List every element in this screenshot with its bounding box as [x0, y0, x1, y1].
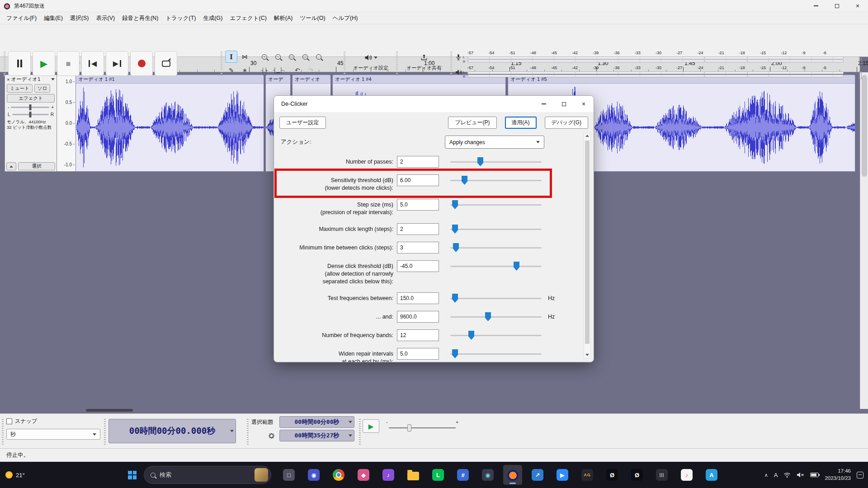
play-button[interactable]: ▶ — [33, 51, 55, 76]
solo-button[interactable]: ソロ — [34, 84, 51, 93]
wifi-icon[interactable] — [783, 472, 791, 478]
notification-icon[interactable] — [857, 472, 863, 479]
toolbar-grabber[interactable] — [359, 418, 361, 445]
vertical-scrollbar-thumb[interactable] — [862, 75, 867, 177]
trim-audio-button[interactable]: ┤├ — [258, 64, 270, 76]
taskbar-icon-share[interactable]: ↗ — [528, 465, 547, 485]
snap-checkbox[interactable] — [6, 418, 12, 424]
clip-waveform[interactable] — [76, 84, 264, 171]
menu-item-6[interactable]: トラック(T) — [162, 12, 199, 24]
envelope-tool-button[interactable]: ⋈ — [239, 51, 251, 63]
taskbar-icon-photos[interactable]: ◉ — [478, 465, 497, 485]
recording-meter[interactable]: LR -57-54-51-48-45-42-39-36-33-30-27-24-… — [454, 51, 862, 64]
mute-button[interactable]: ミュート — [7, 84, 33, 93]
silence-audio-button[interactable]: ┤▁├ — [272, 64, 284, 76]
field-slider[interactable] — [450, 242, 542, 253]
field-slider[interactable] — [450, 348, 542, 360]
taskbar-icon-folder[interactable] — [404, 465, 423, 485]
taskbar-clock[interactable]: 17:46 2023/10/23 — [825, 468, 851, 482]
menu-item-5[interactable]: 録音と再生(N) — [118, 12, 162, 24]
audio-setup-section[interactable]: オーディオ設定 — [348, 52, 393, 71]
slider-thumb-icon[interactable] — [452, 200, 458, 209]
toolbar-grabber[interactable] — [396, 52, 398, 76]
speed-slider-thumb[interactable] — [407, 424, 411, 432]
skip-to-end-button[interactable]: ▶ — [106, 51, 128, 76]
scroll-up-icon[interactable] — [585, 135, 589, 137]
battery-icon[interactable] — [810, 473, 819, 477]
audio-share-section[interactable]: オーディオ共有 — [401, 52, 448, 71]
selection-end-display[interactable]: 00時間35分27秒 — [279, 430, 354, 441]
taskbar-icon-zoom[interactable]: ▶ — [553, 465, 572, 485]
record-button[interactable] — [130, 51, 153, 76]
playback-meter[interactable]: LR -57-54-51-48-45-42-39-36-33-30-27-24-… — [454, 66, 862, 79]
track-select-button[interactable]: 選択 — [18, 162, 55, 170]
zoom-in-button[interactable]: + — [258, 51, 270, 63]
apply-button[interactable]: 適用(A) — [505, 117, 537, 129]
taskbar-icon-chrome[interactable] — [329, 465, 348, 485]
dialog-minimize-button[interactable] — [534, 96, 554, 112]
taskbar-icon-obs-2[interactable]: Ø — [627, 465, 646, 485]
volume-muted-icon[interactable] — [797, 472, 804, 478]
effects-button[interactable]: エフェクト — [7, 94, 55, 103]
taskbar-icon-desktop-window[interactable]: □ — [279, 465, 298, 485]
slider-thumb-icon[interactable] — [468, 331, 474, 340]
menu-item-9[interactable]: 解析(A) — [270, 12, 297, 24]
slider-thumb-icon[interactable] — [485, 312, 491, 321]
menu-item-7[interactable]: 生成(G) — [199, 12, 226, 24]
loop-button[interactable] — [155, 51, 177, 76]
track-collapse-button[interactable] — [6, 162, 16, 170]
field-input[interactable]: -45.0 — [397, 260, 439, 272]
fit-project-button[interactable]: □ — [299, 51, 311, 63]
weather-widget[interactable]: 21° — [5, 462, 25, 488]
dialog-scrollbar[interactable] — [584, 133, 591, 358]
debug-button[interactable]: デバッグ(G) — [545, 117, 588, 129]
audio-clip[interactable]: オーディオ 1 #1 — [75, 75, 264, 172]
slider-thumb-icon[interactable] — [453, 243, 459, 252]
taskbar-icon-video-app[interactable]: ◉ — [304, 465, 323, 485]
track-menu-chevron-icon[interactable] — [51, 78, 55, 80]
taskbar-icon-itunes[interactable]: ♪ — [677, 465, 696, 485]
horizontal-scrollbar-thumb[interactable] — [86, 409, 133, 412]
vertical-scrollbar[interactable] — [860, 72, 868, 409]
play-at-speed-button[interactable]: ▶ — [363, 419, 379, 433]
taskbar-icon-paint[interactable]: ◆ — [354, 465, 373, 485]
taskbar-icon-line[interactable]: L — [429, 465, 448, 485]
toolbar-grabber[interactable] — [4, 52, 5, 76]
field-slider[interactable] — [450, 199, 542, 211]
field-slider[interactable] — [450, 174, 542, 186]
ime-indicator[interactable]: A — [774, 472, 778, 479]
preview-button[interactable]: プレビュー(P) — [448, 117, 496, 129]
selection-settings-gear-icon[interactable] — [268, 432, 275, 440]
dialog-maximize-button[interactable] — [554, 96, 574, 112]
window-minimize-button[interactable] — [806, 0, 826, 12]
taskbar-icon-obs-1[interactable]: Ø — [603, 465, 622, 485]
zoom-out-button[interactable]: − — [272, 51, 284, 63]
field-input[interactable]: 3 — [397, 242, 439, 253]
field-slider[interactable] — [450, 329, 542, 341]
field-input[interactable]: 9600.0 — [397, 311, 439, 323]
user-settings-button[interactable]: ユーザー設定 — [279, 117, 326, 129]
pan-slider[interactable] — [12, 114, 49, 115]
taskbar-search-box[interactable]: 検索 — [144, 466, 271, 484]
window-maximize-button[interactable] — [826, 0, 847, 12]
selection-tool-button[interactable]: I — [225, 51, 237, 63]
start-button[interactable] — [128, 462, 137, 488]
fit-selection-button[interactable]: □ — [285, 51, 297, 63]
menu-item-2[interactable]: 編集(E) — [40, 12, 66, 24]
taskbar-icon-music[interactable]: ♪ — [379, 465, 398, 485]
field-input[interactable]: 5.0 — [397, 348, 439, 360]
field-slider[interactable] — [450, 292, 542, 304]
pause-button[interactable] — [8, 51, 31, 76]
field-slider[interactable] — [450, 260, 542, 272]
selection-start-display[interactable]: 00時間00分00秒 — [279, 416, 354, 428]
toolbar-grabber[interactable] — [2, 418, 4, 445]
gain-slider[interactable] — [11, 107, 49, 108]
slider-thumb-icon[interactable] — [477, 157, 483, 166]
skip-to-start-button[interactable]: ◀ — [81, 51, 104, 76]
pan-slider-thumb[interactable] — [29, 112, 32, 117]
taskbar-icon-ag-radio[interactable]: AG — [578, 465, 597, 485]
multi-tool-button[interactable]: ∗ — [239, 64, 251, 76]
field-slider[interactable] — [450, 223, 542, 235]
track-close-button[interactable]: × — [7, 77, 9, 82]
field-input[interactable]: 12 — [397, 329, 439, 341]
